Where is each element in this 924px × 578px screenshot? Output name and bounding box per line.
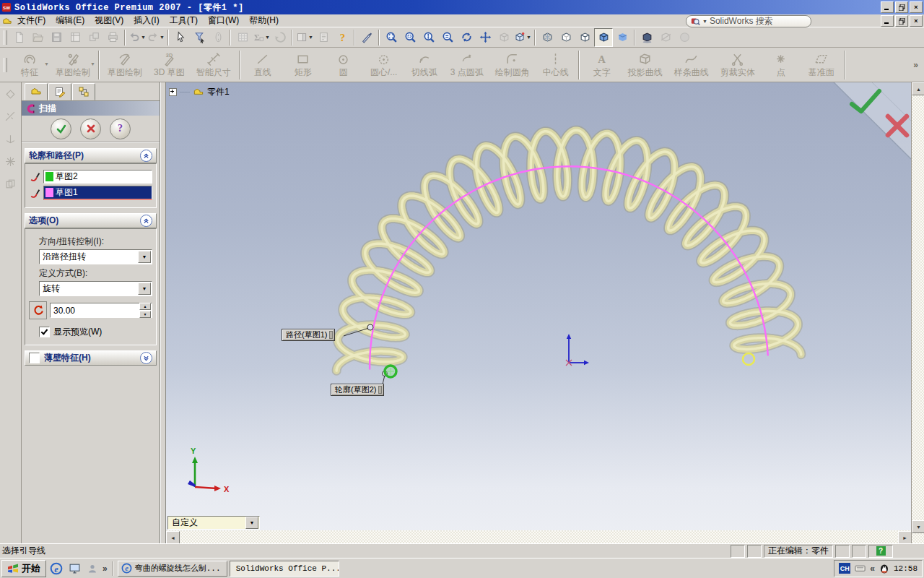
equations-button[interactable]: Σ▼: [252, 28, 271, 47]
quicklaunch-ie-icon[interactable]: e: [48, 561, 64, 577]
graphics-viewport[interactable]: YX 零件1 路径(草图1) 轮廓(草图2) 自定义 ▼ ◄ ►: [166, 82, 911, 543]
part-name[interactable]: 零件1: [207, 86, 230, 98]
minimize-button[interactable]: [881, 1, 894, 13]
collapse-chevron-icon[interactable]: [140, 215, 152, 227]
scroll-up-icon[interactable]: ▲: [912, 82, 924, 95]
open-button[interactable]: [28, 28, 47, 47]
spin-down-icon[interactable]: ▼: [139, 311, 151, 318]
rebuild-button[interactable]: [271, 28, 289, 47]
shaded-button[interactable]: [613, 28, 632, 47]
shaded-with-edges-button[interactable]: [594, 28, 613, 47]
search-dropdown-icon[interactable]: ▼: [702, 19, 707, 24]
tray-collapse-icon[interactable]: «: [870, 564, 875, 574]
print-button[interactable]: [103, 28, 122, 47]
twist-angle-input[interactable]: 30.00 ▲ ▼: [50, 303, 152, 318]
dropdown-arrow-icon[interactable]: ▼: [141, 35, 146, 40]
cancel-button[interactable]: [80, 118, 101, 139]
wireframe-button[interactable]: [538, 28, 557, 47]
tool-line-button[interactable]: 直线: [243, 48, 283, 82]
profile-callout[interactable]: 轮廓(草图2): [331, 384, 384, 396]
scroll-down-icon[interactable]: ▼: [912, 520, 924, 533]
redo-button[interactable]: ▼: [147, 28, 165, 47]
taskbar-task-ie[interactable]: e弯曲的螺旋线怎么制...: [118, 561, 227, 577]
rotate-view-button[interactable]: [457, 28, 476, 47]
restore-button[interactable]: [895, 1, 908, 13]
tool-sketch-fillet-button[interactable]: 绘制圆角: [489, 48, 536, 82]
shadows-button[interactable]: [637, 28, 656, 47]
horizontal-scrollbar[interactable]: ◄ ►: [166, 530, 911, 543]
define-by-combo[interactable]: 旋转 ▼: [39, 281, 152, 296]
keyboard-icon[interactable]: [854, 563, 866, 574]
twist-angle-value[interactable]: 30.00: [51, 306, 139, 316]
group-profile-path-header[interactable]: 轮廓和路径(P): [25, 148, 157, 163]
collapse-chevron-icon[interactable]: [140, 150, 152, 162]
menu-窗口W[interactable]: 窗口(W): [203, 14, 244, 27]
panel-splitter[interactable]: [160, 82, 166, 543]
zoom-fit-button[interactable]: [382, 28, 401, 47]
zoom-area-button[interactable]: [401, 28, 419, 47]
combo-dropdown-icon[interactable]: ▼: [245, 517, 258, 529]
ime-indicator[interactable]: CH: [839, 563, 850, 574]
doc-restore-button[interactable]: [895, 15, 908, 27]
tool-point-button[interactable]: 点: [761, 48, 801, 82]
tool-smartdim-button[interactable]: 智能尺寸: [191, 48, 237, 82]
orientation-combo[interactable]: 沿路径扭转 ▼: [39, 249, 152, 264]
quicklaunch-messenger-icon[interactable]: [84, 561, 100, 577]
scroll-left-icon[interactable]: ◄: [166, 531, 180, 543]
selection-field[interactable]: 草图1: [43, 186, 152, 200]
tool-tangent-arc-button[interactable]: 切线弧: [404, 48, 445, 82]
path-end-marker[interactable]: [743, 353, 754, 365]
tool-centerline-button[interactable]: 中心线: [536, 48, 576, 82]
quick-tips-button[interactable]: ?: [868, 545, 893, 558]
dropdown-arrow-icon[interactable]: ▼: [308, 35, 313, 40]
flyout-feature-tree[interactable]: 零件1: [169, 86, 230, 98]
zoom-in-out-button[interactable]: [419, 28, 438, 47]
search-placeholder[interactable]: SolidWorks 搜索: [710, 15, 773, 27]
dropdown-arrow-icon[interactable]: ▼: [44, 61, 49, 66]
strip-tool-icon-3[interactable]: [4, 133, 17, 145]
doc-minimize-button[interactable]: [881, 15, 894, 27]
make-drawing-button[interactable]: [66, 28, 84, 47]
tool-feature-button[interactable]: 特征▼: [9, 48, 50, 82]
doc-close-button[interactable]: ×: [910, 15, 923, 27]
tool-three-point-arc-button[interactable]: 3 点圆弧: [445, 48, 489, 82]
new-button[interactable]: [9, 28, 28, 47]
toolbar-grip[interactable]: [4, 30, 7, 45]
qq-icon[interactable]: [879, 563, 890, 574]
reference-pointer-button[interactable]: [357, 28, 376, 47]
menu-帮助H[interactable]: 帮助(H): [244, 14, 284, 27]
close-button[interactable]: ×: [910, 1, 923, 13]
tab-propertymanager[interactable]: [48, 83, 71, 100]
show-preview-checkbox[interactable]: [39, 327, 50, 337]
strip-tool-icon-5[interactable]: [4, 178, 17, 190]
menu-视图V[interactable]: 视图(V): [90, 14, 128, 27]
realview-button[interactable]: [675, 28, 694, 47]
combo-dropdown-icon[interactable]: ▼: [138, 282, 151, 295]
save-button[interactable]: [47, 28, 66, 47]
tool-perimeter-circle-button[interactable]: 圆心/...: [364, 48, 404, 82]
undo-button[interactable]: ▼: [128, 28, 147, 47]
confirmation-corner[interactable]: [834, 82, 911, 159]
combo-dropdown-icon[interactable]: ▼: [138, 251, 151, 263]
view-orientation-combo[interactable]: 自定义 ▼: [167, 516, 260, 530]
menu-插入I[interactable]: 插入(I): [128, 14, 164, 27]
spin-up-icon[interactable]: ▲: [139, 303, 151, 310]
hidden-lines-visible-button[interactable]: [557, 28, 575, 47]
tool-circle-button[interactable]: 圆: [323, 48, 364, 82]
dropdown-arrow-icon[interactable]: ▼: [160, 35, 165, 40]
selection-filter-button[interactable]: [190, 28, 209, 47]
clock[interactable]: 12:58: [894, 564, 918, 573]
quicklaunch-desktop-icon[interactable]: [66, 561, 82, 577]
thin-feature-checkbox[interactable]: [29, 353, 40, 363]
search-box[interactable]: ▼ SolidWorks 搜索: [686, 15, 811, 27]
toolbar-overflow-icon[interactable]: »: [913, 60, 918, 70]
select-other-button[interactable]: [209, 28, 227, 47]
expand-chevron-icon[interactable]: [140, 352, 152, 364]
tab-featuremanager[interactable]: [25, 83, 48, 100]
zoom-selection-button[interactable]: [438, 28, 457, 47]
dropdown-arrow-icon[interactable]: ▼: [265, 35, 270, 40]
tool-trim-button[interactable]: 剪裁实体: [715, 48, 761, 82]
group-thin-feature-header[interactable]: 薄壁特征(H): [25, 350, 157, 366]
vertical-scrollbar[interactable]: ▲ ▼: [911, 82, 924, 543]
path-point-marker[interactable]: [367, 324, 373, 330]
